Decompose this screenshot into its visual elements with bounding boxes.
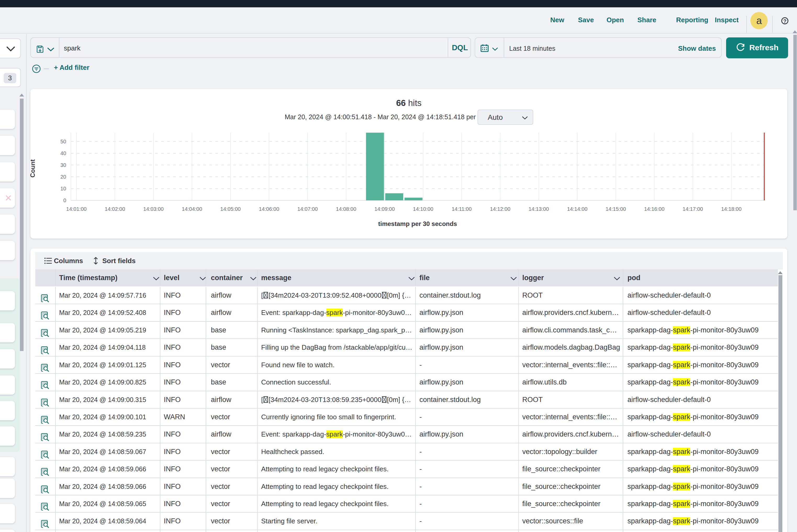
svg-text:0: 0 — [63, 197, 66, 203]
svg-text:14:08:00: 14:08:00 — [336, 206, 356, 212]
svg-text:10: 10 — [60, 186, 66, 191]
svg-text:20: 20 — [60, 174, 66, 180]
svg-text:14:18:00: 14:18:00 — [721, 206, 742, 212]
svg-text:14:04:00: 14:04:00 — [182, 206, 202, 212]
svg-text:14:07:00: 14:07:00 — [297, 206, 318, 212]
svg-text:14:12:00: 14:12:00 — [490, 206, 511, 212]
svg-text:40: 40 — [60, 150, 66, 156]
svg-text:14:10:00: 14:10:00 — [413, 206, 433, 212]
svg-text:14:11:00: 14:11:00 — [451, 206, 471, 212]
svg-text:14:17:00: 14:17:00 — [683, 206, 703, 212]
svg-text:14:02:00: 14:02:00 — [105, 206, 125, 212]
svg-text:14:16:00: 14:16:00 — [644, 206, 665, 212]
svg-text:14:09:00: 14:09:00 — [374, 206, 395, 212]
svg-text:14:14:00: 14:14:00 — [567, 206, 588, 212]
svg-text:14:01:00: 14:01:00 — [66, 206, 87, 212]
svg-text:50: 50 — [60, 139, 66, 145]
svg-text:14:06:00: 14:06:00 — [259, 206, 279, 212]
svg-text:14:05:00: 14:05:00 — [220, 206, 241, 212]
svg-text:14:15:00: 14:15:00 — [606, 206, 626, 212]
svg-text:30: 30 — [60, 162, 66, 168]
svg-text:14:13:00: 14:13:00 — [529, 206, 549, 212]
svg-text:14:03:00: 14:03:00 — [143, 206, 164, 212]
